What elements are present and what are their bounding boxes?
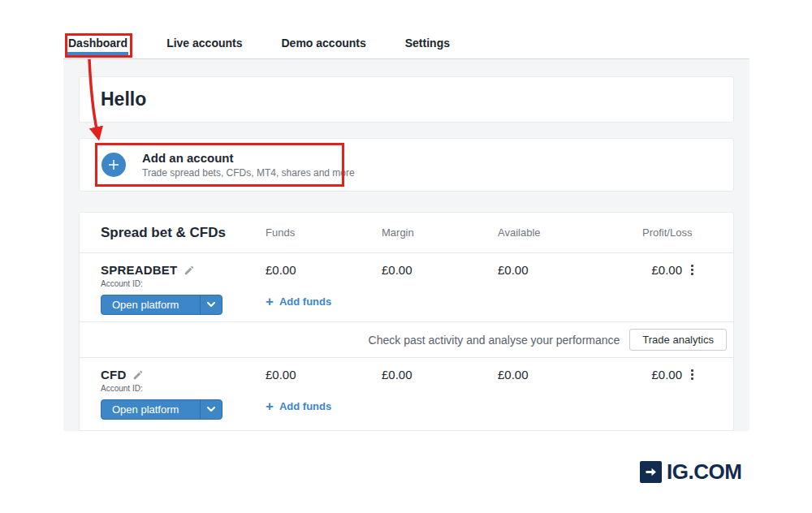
add-account-card[interactable]: Add an account Trade spread bets, CFDs, … bbox=[79, 138, 734, 192]
chevron-down-icon[interactable] bbox=[200, 295, 222, 314]
add-funds-label: Add funds bbox=[279, 295, 331, 308]
add-funds-link[interactable]: + Add funds bbox=[266, 295, 331, 308]
spreadbet-funds-cell: £0.00 + Add funds bbox=[266, 263, 382, 309]
cfd-name-cell: CFD Account ID: Open platform bbox=[101, 368, 266, 420]
trade-analytics-row: Check past activity and analyse your per… bbox=[80, 321, 733, 357]
add-funds-plus-icon: + bbox=[266, 401, 274, 412]
accounts-table-header: Spread bet & CFDs Funds Margin Available… bbox=[80, 213, 733, 253]
add-account-title: Add an account bbox=[142, 151, 355, 165]
open-platform-button[interactable]: Open platform bbox=[101, 399, 222, 420]
account-id-label: Account ID: bbox=[101, 384, 266, 393]
tab-live-accounts-label: Live accounts bbox=[166, 37, 242, 50]
margin-value: £0.00 bbox=[382, 263, 498, 277]
active-tab-underline bbox=[67, 52, 128, 56]
add-funds-link[interactable]: + Add funds bbox=[266, 400, 331, 412]
funds-value: £0.00 bbox=[266, 368, 382, 382]
add-account-plus-icon[interactable] bbox=[102, 153, 126, 177]
kebab-menu-icon[interactable] bbox=[689, 368, 695, 382]
plus-icon bbox=[107, 158, 120, 171]
open-platform-label: Open platform bbox=[102, 295, 200, 314]
kebab-menu-icon[interactable] bbox=[689, 263, 695, 277]
tab-dashboard-label: Dashboard bbox=[68, 37, 127, 50]
ig-logo-arrow-icon bbox=[640, 461, 662, 483]
margin-value: £0.00 bbox=[382, 368, 498, 382]
profit-loss-value: £0.00 bbox=[651, 368, 682, 382]
open-platform-button[interactable]: Open platform bbox=[101, 295, 222, 315]
open-platform-label: Open platform bbox=[102, 400, 200, 419]
account-row-cfd: CFD Account ID: Open platform £0.00 bbox=[80, 357, 733, 432]
column-header-funds: Funds bbox=[266, 226, 382, 239]
spreadbet-profit-loss-cell: £0.00 bbox=[642, 263, 713, 277]
add-funds-label: Add funds bbox=[279, 400, 331, 412]
cfd-profit-loss-cell: £0.00 bbox=[642, 368, 713, 382]
available-value: £0.00 bbox=[498, 263, 642, 277]
account-row-spreadbet: SPREADBET Account ID: Open platform bbox=[80, 253, 733, 321]
chevron-down-icon[interactable] bbox=[200, 400, 222, 419]
accounts-table-card: Spread bet & CFDs Funds Margin Available… bbox=[79, 212, 734, 431]
top-nav: Dashboard Live accounts Demo accounts Se… bbox=[68, 37, 450, 50]
greeting-title: Hello bbox=[101, 88, 146, 110]
hello-card: Hello bbox=[79, 76, 734, 123]
accounts-section-title: Spread bet & CFDs bbox=[101, 225, 266, 241]
tab-dashboard[interactable]: Dashboard bbox=[68, 37, 127, 50]
tab-settings[interactable]: Settings bbox=[405, 37, 450, 50]
funds-value: £0.00 bbox=[266, 263, 382, 277]
tab-live-accounts[interactable]: Live accounts bbox=[166, 37, 242, 50]
account-id-label: Account ID: bbox=[101, 279, 266, 288]
add-account-texts: Add an account Trade spread bets, CFDs, … bbox=[142, 151, 355, 179]
edit-pencil-icon[interactable] bbox=[184, 265, 195, 276]
tab-settings-label: Settings bbox=[405, 37, 450, 50]
column-header-available: Available bbox=[498, 226, 642, 239]
spreadbet-name-cell: SPREADBET Account ID: Open platform bbox=[101, 263, 266, 315]
add-account-subtitle: Trade spread bets, CFDs, MT4, shares and… bbox=[142, 167, 355, 179]
trade-analytics-button[interactable]: Trade analytics bbox=[629, 329, 727, 351]
account-name: CFD bbox=[101, 368, 126, 382]
cfd-funds-cell: £0.00 + Add funds bbox=[266, 368, 382, 414]
add-funds-plus-icon: + bbox=[266, 296, 274, 307]
ig-logo-text: IG.COM bbox=[667, 459, 741, 485]
dashboard-content-area: Hello Add an account Trade spread bets, … bbox=[63, 58, 749, 431]
account-name: SPREADBET bbox=[101, 263, 177, 277]
available-value: £0.00 bbox=[498, 368, 642, 382]
column-header-margin: Margin bbox=[382, 226, 498, 239]
ig-logo: IG.COM bbox=[640, 459, 741, 485]
edit-pencil-icon[interactable] bbox=[132, 369, 144, 381]
tab-demo-accounts-label: Demo accounts bbox=[282, 37, 366, 50]
analytics-message: Check past activity and analyse your per… bbox=[369, 334, 620, 347]
column-header-profit-loss: Profit/Loss bbox=[642, 226, 713, 239]
profit-loss-value: £0.00 bbox=[651, 263, 682, 277]
ig-dashboard-page: { "nav": { "tabs": [ { "label": "Dashboa… bbox=[0, 0, 812, 513]
tab-demo-accounts[interactable]: Demo accounts bbox=[282, 37, 366, 50]
